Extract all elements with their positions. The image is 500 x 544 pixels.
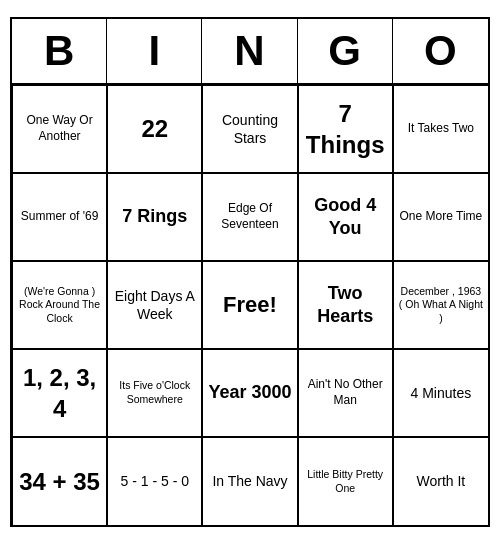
bingo-cell: One More Time xyxy=(393,173,488,261)
bingo-cell: Its Five o'Clock Somewhere xyxy=(107,349,202,437)
bingo-cell: Counting Stars xyxy=(202,85,297,173)
bingo-cell: Worth It xyxy=(393,437,488,525)
bingo-cell: Edge Of Seventeen xyxy=(202,173,297,261)
bingo-cell: Free! xyxy=(202,261,297,349)
bingo-cell: 34 + 35 xyxy=(12,437,107,525)
bingo-cell: In The Navy xyxy=(202,437,297,525)
bingo-cell: Year 3000 xyxy=(202,349,297,437)
bingo-cell: Two Hearts xyxy=(298,261,393,349)
bingo-header: BINGO xyxy=(12,19,488,85)
bingo-cell: (We're Gonna ) Rock Around The Clock xyxy=(12,261,107,349)
bingo-cell: 5 - 1 - 5 - 0 xyxy=(107,437,202,525)
bingo-cell: Ain't No Other Man xyxy=(298,349,393,437)
bingo-letter: I xyxy=(107,19,202,83)
bingo-letter: O xyxy=(393,19,488,83)
bingo-cell: 7 Things xyxy=(298,85,393,173)
bingo-cell: One Way Or Another xyxy=(12,85,107,173)
bingo-letter: N xyxy=(202,19,297,83)
bingo-cell: Summer of '69 xyxy=(12,173,107,261)
bingo-cell: December , 1963 ( Oh What A Night ) xyxy=(393,261,488,349)
bingo-letter: G xyxy=(298,19,393,83)
bingo-cell: Eight Days A Week xyxy=(107,261,202,349)
bingo-cell: 22 xyxy=(107,85,202,173)
bingo-grid: One Way Or Another22Counting Stars7 Thin… xyxy=(12,85,488,525)
bingo-cell: 1, 2, 3, 4 xyxy=(12,349,107,437)
bingo-cell: 7 Rings xyxy=(107,173,202,261)
bingo-cell: Little Bitty Pretty One xyxy=(298,437,393,525)
bingo-card: BINGO One Way Or Another22Counting Stars… xyxy=(10,17,490,527)
bingo-cell: It Takes Two xyxy=(393,85,488,173)
bingo-letter: B xyxy=(12,19,107,83)
bingo-cell: Good 4 You xyxy=(298,173,393,261)
bingo-cell: 4 Minutes xyxy=(393,349,488,437)
